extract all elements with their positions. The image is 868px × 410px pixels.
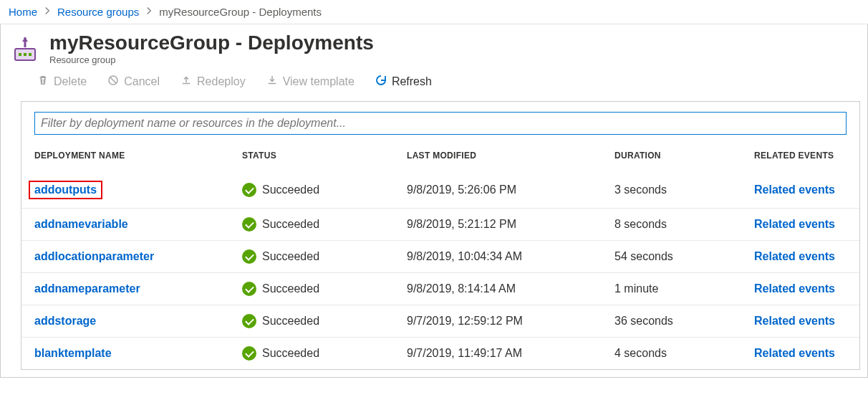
status-text: Succeeded: [262, 218, 319, 231]
chevron-right-icon: [43, 6, 52, 17]
related-events-link[interactable]: Related events: [754, 218, 835, 230]
last-modified: 9/8/2019, 5:21:12 PM: [394, 209, 602, 241]
status-text: Succeeded: [262, 183, 319, 196]
svg-rect-1: [19, 53, 21, 56]
page-subtitle: Resource group: [49, 54, 374, 65]
check-circle-icon: [242, 282, 256, 296]
status-text: Succeeded: [262, 282, 319, 295]
status-text: Succeeded: [262, 250, 319, 263]
last-modified: 9/7/2019, 12:59:12 PM: [394, 305, 602, 338]
deployment-link[interactable]: addoutputs: [34, 183, 97, 196]
check-circle-icon: [242, 314, 256, 328]
table-row: blanktemplateSucceeded9/7/2019, 11:49:17…: [21, 338, 859, 370]
trash-icon: [37, 74, 49, 90]
duration: 1 minute: [602, 273, 741, 305]
table-row: addoutputsSucceeded9/8/2019, 5:26:06 PM3…: [21, 168, 859, 209]
col-deployment-name[interactable]: Deployment Name: [21, 140, 229, 168]
breadcrumb: Home Resource groups myResourceGroup - D…: [0, 0, 868, 24]
page-header: myResourceGroup - Deployments Resource g…: [1, 24, 867, 70]
breadcrumb-resource-groups[interactable]: Resource groups: [57, 6, 139, 18]
refresh-icon: [375, 74, 387, 90]
last-modified: 9/8/2019, 10:04:34 AM: [394, 241, 602, 273]
content-panel: Deployment Name Status Last Modified Dur…: [21, 101, 860, 370]
upload-icon: [180, 74, 193, 90]
deployment-link[interactable]: addnameparameter: [34, 282, 140, 295]
table-row: addlocationparameterSucceeded9/8/2019, 1…: [21, 241, 859, 273]
status-text: Succeeded: [262, 315, 319, 328]
redeploy-button[interactable]: Redeploy: [180, 74, 246, 90]
deployment-link[interactable]: addlocationparameter: [34, 250, 154, 262]
related-events-link[interactable]: Related events: [754, 347, 835, 359]
related-events-link[interactable]: Related events: [754, 183, 835, 196]
check-circle-icon: [242, 183, 256, 197]
duration: 4 seconds: [602, 338, 741, 370]
col-related-events[interactable]: Related Events: [741, 140, 859, 168]
cancel-icon: [107, 74, 120, 90]
duration: 3 seconds: [602, 168, 741, 209]
related-events-link[interactable]: Related events: [754, 282, 835, 295]
svg-rect-3: [29, 53, 32, 56]
deployment-link[interactable]: addnamevariable: [34, 218, 128, 230]
last-modified: 9/8/2019, 5:26:06 PM: [394, 168, 602, 209]
breadcrumb-home[interactable]: Home: [9, 6, 37, 18]
cancel-button[interactable]: Cancel: [107, 74, 160, 90]
resource-group-icon: [11, 36, 39, 65]
page-title: myResourceGroup - Deployments: [49, 32, 374, 54]
deployment-link[interactable]: addstorage: [34, 315, 96, 327]
chevron-right-icon: [145, 6, 153, 17]
duration: 36 seconds: [602, 305, 741, 338]
toolbar: Delete Cancel Redeploy View template Ref…: [1, 70, 867, 101]
col-status[interactable]: Status: [229, 140, 394, 168]
deployments-table: Deployment Name Status Last Modified Dur…: [21, 140, 859, 369]
check-circle-icon: [242, 249, 256, 264]
status-text: Succeeded: [262, 347, 319, 360]
duration: 8 seconds: [602, 209, 741, 241]
table-header-row: Deployment Name Status Last Modified Dur…: [21, 140, 859, 168]
filter-input[interactable]: [34, 112, 847, 135]
check-circle-icon: [242, 217, 256, 232]
col-duration[interactable]: Duration: [602, 140, 741, 168]
check-circle-icon: [242, 346, 256, 361]
col-last-modified[interactable]: Last Modified: [394, 140, 602, 168]
view-template-button[interactable]: View template: [266, 74, 355, 90]
related-events-link[interactable]: Related events: [754, 315, 835, 327]
breadcrumb-current: myResourceGroup - Deployments: [159, 6, 322, 18]
refresh-button[interactable]: Refresh: [375, 74, 432, 90]
table-row: addstorageSucceeded9/7/2019, 12:59:12 PM…: [21, 305, 859, 338]
download-icon: [266, 74, 279, 90]
svg-rect-2: [24, 53, 26, 56]
last-modified: 9/7/2019, 11:49:17 AM: [394, 338, 602, 370]
duration: 54 seconds: [602, 241, 741, 273]
delete-button[interactable]: Delete: [37, 74, 87, 90]
deployment-link[interactable]: blanktemplate: [34, 347, 112, 359]
table-row: addnamevariableSucceeded9/8/2019, 5:21:1…: [21, 209, 859, 241]
related-events-link[interactable]: Related events: [754, 250, 835, 262]
table-row: addnameparameterSucceeded9/8/2019, 8:14:…: [21, 273, 859, 305]
last-modified: 9/8/2019, 8:14:14 AM: [394, 273, 602, 305]
